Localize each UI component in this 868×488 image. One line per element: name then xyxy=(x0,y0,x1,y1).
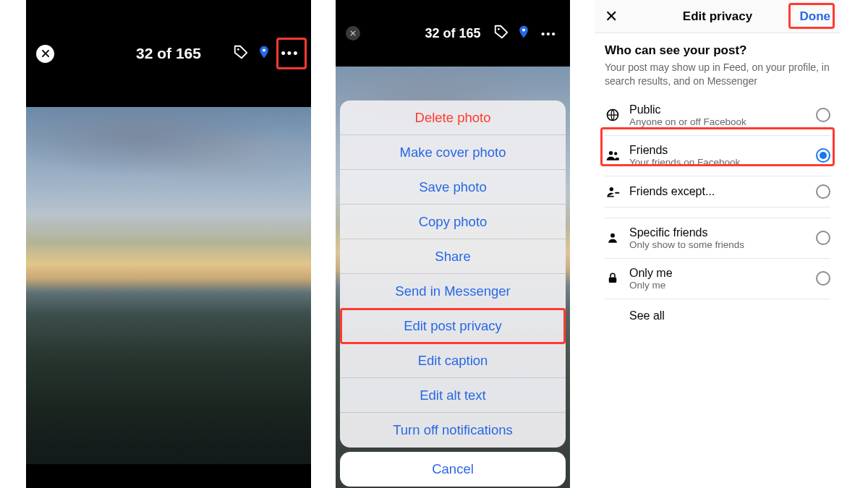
photo-viewer-panel: 32 of 165 ••• xyxy=(26,0,311,488)
radio-public[interactable] xyxy=(816,108,830,122)
highlight-done-button xyxy=(788,3,835,29)
svg-point-8 xyxy=(610,234,615,238)
who-subtitle: Your post may show up in Feed, on your p… xyxy=(605,61,830,88)
option-label: Specific friends xyxy=(629,226,807,239)
close-button[interactable] xyxy=(346,26,360,40)
option-label: Only me xyxy=(629,267,807,280)
svg-point-1 xyxy=(263,48,265,51)
specific-friends-icon xyxy=(605,231,621,245)
globe-icon xyxy=(605,108,621,122)
svg-point-2 xyxy=(498,28,500,30)
friends-except-icon xyxy=(605,184,621,199)
tag-icon[interactable] xyxy=(233,44,249,63)
svg-point-0 xyxy=(237,48,239,51)
highlight-edit-privacy xyxy=(340,308,566,344)
save-photo-item[interactable]: Save photo xyxy=(340,170,566,205)
photo-image xyxy=(26,107,311,464)
share-item[interactable]: Share xyxy=(340,239,566,274)
close-icon[interactable]: ✕ xyxy=(605,7,618,26)
action-sheet: Delete photo Make cover photo Save photo… xyxy=(340,100,566,448)
tag-icon[interactable] xyxy=(493,24,509,43)
edit-alt-text-item[interactable]: Edit alt text xyxy=(340,378,566,413)
edit-privacy-panel: ✕ Edit privacy Done Who can see your pos… xyxy=(595,0,841,488)
photo-header: 32 of 165 ••• xyxy=(336,0,570,67)
radio-only-me[interactable] xyxy=(816,271,830,286)
who-title: Who can see your post? xyxy=(605,43,830,58)
option-label: Friends except... xyxy=(629,185,807,198)
lock-icon xyxy=(605,272,621,285)
send-messenger-item[interactable]: Send in Messenger xyxy=(340,274,566,309)
privacy-option-friends-except[interactable]: Friends except... xyxy=(605,176,830,207)
svg-rect-9 xyxy=(609,278,617,283)
photo-header-actions: ••• xyxy=(493,22,560,44)
turn-off-notifications-item[interactable]: Turn off notifications xyxy=(340,413,566,448)
svg-point-7 xyxy=(610,187,613,191)
edit-caption-item[interactable]: Edit caption xyxy=(340,343,566,378)
who-can-see: Who can see your post? Your post may sho… xyxy=(595,33,841,95)
privacy-option-only-me[interactable]: Only me Only me xyxy=(605,259,830,299)
delete-photo-item[interactable]: Delete photo xyxy=(340,100,566,135)
make-cover-item[interactable]: Make cover photo xyxy=(340,135,566,170)
close-button[interactable] xyxy=(36,45,54,63)
option-sub: Only show to some friends xyxy=(629,239,807,250)
cancel-button[interactable]: Cancel xyxy=(340,452,566,487)
radio-friends-except[interactable] xyxy=(816,184,830,199)
see-all-link[interactable]: See all xyxy=(605,299,830,333)
option-label: Public xyxy=(629,103,807,116)
location-icon[interactable] xyxy=(257,43,271,64)
option-sub: Only me xyxy=(629,280,807,291)
highlight-more-button xyxy=(276,38,307,69)
highlight-friends-option xyxy=(600,127,835,166)
photo-header: 32 of 165 ••• xyxy=(26,0,311,107)
radio-specific[interactable] xyxy=(816,231,830,245)
more-icon[interactable]: ••• xyxy=(538,22,560,44)
photo-counter: 32 of 165 xyxy=(136,45,201,62)
copy-photo-item[interactable]: Copy photo xyxy=(340,205,566,239)
action-sheet-panel: 32 of 165 ••• Delete photo Make cover ph… xyxy=(336,0,570,488)
svg-point-3 xyxy=(522,28,525,31)
location-icon[interactable] xyxy=(516,23,531,43)
photo-counter: 32 of 165 xyxy=(425,26,480,41)
option-sub: Anyone on or off Facebook xyxy=(629,116,807,127)
privacy-title: Edit privacy xyxy=(683,9,752,24)
privacy-option-specific[interactable]: Specific friends Only show to some frien… xyxy=(605,218,830,259)
